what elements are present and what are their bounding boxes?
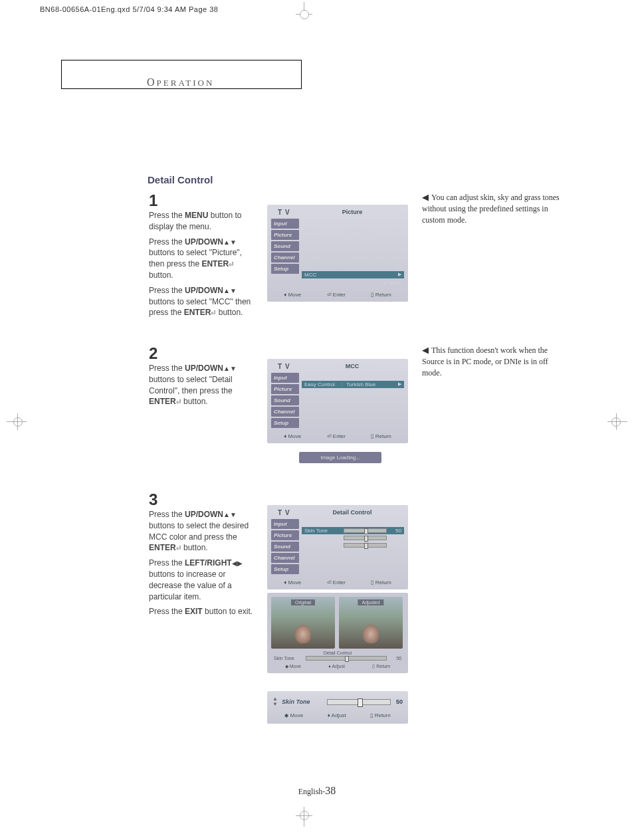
enter-hint: ⏎ Enter — [327, 292, 346, 298]
chevron-right-icon: ▶ — [398, 235, 401, 241]
osd-sidebar-item: Setup — [271, 264, 299, 274]
note-arrow-icon: ◀ — [422, 192, 429, 202]
osd-row: Mode:Custom▶ — [302, 227, 404, 234]
image-loading-box: Image Loading... — [299, 452, 381, 463]
slider-thumb — [364, 543, 368, 549]
slider-thumb — [345, 656, 349, 662]
osd-sidebar-item: Input — [271, 219, 299, 229]
step-text: Press the UP/DOWN▲▼ buttons to select th… — [149, 509, 255, 554]
enter-icon: ⏎ — [176, 399, 181, 405]
osd-row-highlighted: MCC▶ — [302, 271, 404, 278]
osd-more: ▼ More — [302, 279, 404, 288]
preview-original: Original — [271, 597, 335, 649]
move-hint: ◆ Move — [285, 664, 301, 669]
return-hint: ▯ Return — [371, 579, 391, 585]
side-note: ◀You can adjust skin, sky and grass tone… — [422, 191, 562, 226]
up-down-icon: ▲▼ — [223, 510, 237, 520]
return-hint: ▯ Return — [372, 664, 390, 669]
move-hint: ♦ Move — [284, 292, 301, 298]
strip-footer: ◆ Move ♦ Adjust ▯ Return — [272, 712, 403, 718]
osd-sidebar-item: Setup — [271, 418, 299, 428]
osd-slider-row: Skin Tone50 — [302, 527, 404, 534]
adjust-hint: ♦ Adjust — [328, 664, 345, 669]
osd-sidebar-item: Picture — [271, 384, 299, 394]
chapter-header: OPERATION — [147, 76, 214, 88]
osd-sidebar-item: Sound — [271, 241, 299, 251]
note-arrow-icon: ◀ — [422, 345, 429, 355]
crop-mark — [300, 811, 309, 820]
osd-footer: ♦ Move ⏎ Enter ▯ Return — [271, 292, 404, 298]
slider-track — [344, 543, 387, 548]
preview-face — [295, 625, 311, 643]
chevron-right-icon: ▶ — [398, 264, 401, 270]
slider-thumb — [358, 698, 363, 707]
step-text: Press the LEFT/RIGHT◀▶ buttons to increa… — [149, 558, 255, 602]
chevron-right-icon: ▶ — [398, 249, 401, 255]
osd-sidebar: Input Picture Sound Channel Setup — [271, 219, 299, 288]
osd-title: Picture — [300, 209, 404, 215]
preview-title: Detail Control — [271, 651, 404, 655]
osd-sidebar: Input Picture Sound Channel Setup — [271, 373, 299, 429]
preview-adjusted: Adjusted — [339, 597, 403, 649]
osd-main: Skin Tone50 Green Grass50 Blue Sky50 Res… — [302, 519, 404, 576]
slider-track — [344, 536, 387, 540]
osd-sidebar-item: Channel — [271, 553, 299, 563]
preview-slider: Skin Tone 50 — [271, 655, 404, 661]
adjust-hint: ♦ Adjust — [328, 712, 346, 718]
manual-page: BN68-00656A-01Eng.qxd 5/7/04 9:34 AM Pag… — [0, 0, 634, 840]
crop-mark — [607, 421, 627, 422]
osd-sidebar-item: Channel — [271, 253, 299, 262]
left-right-icon: ◀▶ — [232, 559, 243, 568]
imposition-info: BN68-00656A-01Eng.qxd 5/7/04 9:34 AM Pag… — [40, 5, 218, 13]
slider-track — [327, 699, 391, 705]
chevron-right-icon: ▶ — [398, 257, 401, 262]
return-hint: ▯ Return — [371, 433, 391, 439]
osd-sidebar-item: Setup — [271, 564, 299, 574]
slider-track — [306, 656, 387, 661]
crop-mark — [7, 421, 27, 422]
osd-row: Reset — [302, 549, 404, 556]
osd-title: Detail Control — [300, 509, 404, 516]
chevron-right-icon: ▶ — [398, 242, 401, 248]
osd-row: PIP▶ — [302, 263, 404, 270]
osd-sidebar-item: Channel — [271, 407, 299, 417]
move-hint: ♦ Move — [284, 433, 301, 439]
step-text: Press the UP/DOWN▲▼ buttons to select "M… — [149, 285, 255, 318]
osd-sidebar: Input Picture Sound Channel Setup — [271, 519, 299, 576]
crop-mark — [616, 413, 617, 430]
osd-row: Detail Control▶ — [302, 388, 404, 395]
osd-slider-row: Green Grass50 — [302, 534, 404, 542]
osd-row: DNIe:DNIe On▶ — [302, 256, 404, 263]
skin-tone-label: Skin Tone — [282, 698, 322, 705]
osd-title: MCC — [300, 363, 404, 369]
osd-footer: ♦ Move ⏎ Enter ▯ Return — [271, 579, 404, 585]
up-down-icon: ▲▼ — [223, 238, 237, 247]
section-title: Detail Control — [148, 174, 213, 185]
osd-row-highlighted: Easy Control:Turkish Blue▶ — [302, 381, 404, 388]
osd-row: Color Tone:Normal▶ — [302, 241, 404, 249]
osd-detail-control-menu: T V Detail Control Input Picture Sound C… — [267, 505, 408, 589]
osd-preview-comparison: Original Adjusted Detail Control Skin To… — [267, 593, 408, 673]
preview-label: Adjusted — [358, 599, 383, 605]
chevron-right-icon: ▶ — [398, 389, 401, 395]
slider-thumb — [364, 536, 368, 542]
step-text: Press the MENU button to display the men… — [149, 210, 255, 233]
osd-row: Size:Wide▶ — [302, 249, 404, 256]
move-hint: ♦ Move — [284, 579, 301, 585]
crop-mark — [13, 417, 23, 427]
osd-footer: ♦ Move ⏎ Enter ▯ Return — [271, 433, 404, 439]
osd-sidebar-item: Input — [271, 373, 299, 383]
osd-sidebar-item: Sound — [271, 542, 299, 552]
osd-mcc-menu: T V MCC Input Picture Sound Channel Setu… — [267, 359, 408, 443]
step-text: Press the UP/DOWN▲▼ buttons to select "D… — [149, 363, 255, 407]
osd-skin-tone-strip: ▲▼ Skin Tone 50 ◆ Move ♦ Adjust ▯ Return — [267, 691, 408, 724]
page-number: English-38 — [0, 785, 634, 797]
enter-hint: ⏎ Enter — [327, 579, 346, 585]
side-note: ◀This function doesn't work when the Sou… — [422, 344, 562, 379]
osd-main: Easy Control:Turkish Blue▶ Detail Contro… — [302, 373, 404, 429]
crop-mark — [17, 413, 18, 430]
skin-tone-value: 50 — [396, 698, 403, 705]
enter-icon: ⏎ — [176, 545, 181, 552]
chapter-header-box: OPERATION — [61, 60, 302, 89]
osd-row: Custom▶ — [302, 234, 404, 241]
